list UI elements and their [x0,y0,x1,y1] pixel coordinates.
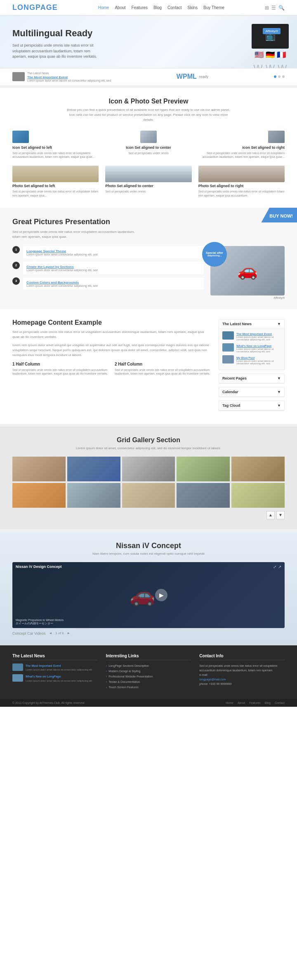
nav-skins[interactable]: Skins [188,5,198,10]
footer-link-3: › Professional Website Presentation [106,674,191,679]
photo-portrait[interactable] [12,166,99,182]
photo-mountain[interactable] [105,166,191,182]
gallery-item-5[interactable] [231,457,285,481]
next-page-icon[interactable]: ► [67,631,70,635]
footer-link-1: › LongPage Sections Description [106,663,191,668]
gallery-item-9[interactable] [177,483,230,508]
icon-section-title: Icon & Photo Set Preview [12,98,285,105]
nav-blog[interactable]: Blog [153,5,162,10]
gallery-item-7[interactable] [67,483,120,508]
video-expand-icon[interactable]: ⤢ [273,565,276,569]
footer-contact-title: Contact Info [199,654,285,660]
video-share-icon[interactable]: ↗ [278,565,281,569]
gallery-item-6[interactable] [12,483,66,508]
logo[interactable]: LONGPAGE [12,3,58,12]
widget-latest-news-arrow[interactable]: ▼ [277,322,281,326]
caption-line1: Magnetic Propulsion to Wheel Motors [16,619,64,621]
footer-link-label-5[interactable]: Touch Screen Features [108,685,138,689]
widget-tag-cloud-arrow[interactable]: ▼ [277,403,281,408]
gallery-prev-btn[interactable]: ▲ [266,511,275,519]
news-entry-desc-3: Lorem ipsum dolor amet labore sit consec… [236,360,281,365]
video-controls: ⤢ ↗ [273,565,281,569]
wpml-news-title[interactable]: The Most Important Event [27,75,68,79]
col1: 1 Half Column Sed ut perspiciatis unde o… [12,362,110,380]
email-link[interactable]: longpage@mail.com [199,677,285,682]
gallery-item-10[interactable] [231,483,285,508]
nav-home[interactable]: Home [98,5,109,10]
photo-woman[interactable] [198,166,285,182]
footer-bottom-contact[interactable]: Contact [275,701,285,704]
footer-contact-text: Sed ut perspiciatis unde omnis iste natu… [199,663,285,673]
icon-img-laptop[interactable] [140,131,157,143]
icon-img-printer[interactable] [268,131,285,143]
gallery-item-8[interactable] [122,483,175,508]
widget-tag-cloud-header[interactable]: Tag Cloud ▼ [219,401,284,410]
dot-2[interactable] [278,75,280,78]
footer-links-title: Interesting Links [106,654,191,660]
gallery-item-2[interactable] [67,457,120,481]
feature-title-2[interactable]: Create the Layout by Sections [26,265,74,269]
video-label: Concept Car Videos [12,631,45,635]
gallery-next-btn[interactable]: ▼ [276,511,285,519]
footer-link-label-1[interactable]: LongPage Sections Description [108,663,149,668]
news-entry-title-2[interactable]: What's New on LongPage [236,345,271,347]
footer-bottom-features[interactable]: Features [249,701,261,704]
nav-about[interactable]: About [115,5,125,10]
icon-right-title: Icon Set aligned to right [198,145,285,150]
icon-item-center: Icon Set aligned to center Sed ut perspi… [105,131,191,159]
widget-latest-news-header[interactable]: The Latest News ▼ [219,319,284,329]
play-button[interactable]: ▶ [155,589,167,601]
footer: The Latest News The Most Important Event… [0,645,297,699]
wpml-news-text: The Latest News The Most Important Event… [27,72,111,82]
footer-news-text-2: What's New on LongPage Lorem ipsum dolor… [26,674,92,683]
footer-bottom-blog[interactable]: Blog [265,701,271,704]
list-icon[interactable]: ☰ [271,5,276,11]
widget-calendar-header[interactable]: Calendar ▼ [219,387,284,397]
affinity-badge: Affinity/It [263,28,280,34]
prev-page-icon[interactable]: ◄ [49,631,52,635]
news-entry-1: The Most Important Event Lorem ipsum dol… [222,331,281,341]
hero-monitor: 📺 [252,24,289,49]
gallery-item-3[interactable] [122,457,175,481]
widget-recent-pages: Recent Pages ▼ [219,373,285,384]
feature-title-3[interactable]: Custom Colors and Backgrounds [26,281,79,284]
news-entry-title-1[interactable]: The Most Important Event [236,333,272,335]
footer-news-desc-1: Lorem ipsum dolor amet labore sit consec… [26,668,92,672]
gallery-item-4[interactable] [177,457,230,481]
feature-text-3: Custom Colors and Backgrounds Lorem ipsu… [23,277,204,290]
widget-recent-pages-arrow[interactable]: ▼ [277,376,281,380]
arrow-icon-3: › [106,675,107,678]
widget-recent-pages-header[interactable]: Recent Pages ▼ [219,374,284,383]
widget-latest-news: The Latest News ▼ The Most Important Eve… [219,319,285,370]
dot-1[interactable] [274,75,276,78]
widget-latest-news-body: The Most Important Event Lorem ipsum dol… [219,329,284,370]
icon-img-monitor[interactable] [12,131,29,143]
widget-calendar-arrow[interactable]: ▼ [277,390,281,394]
search-icon[interactable]: 🔍 [278,5,285,11]
footer-link-label-3[interactable]: Professional Website Presentation [108,674,153,679]
footer-bottom-about[interactable]: About [238,701,245,704]
feature-item-1: 1 Longpage Special Theme Lorem ipsum dol… [12,246,204,258]
icon-section: Icon & Photo Set Preview Below you can f… [0,88,297,208]
footer-link-label-2[interactable]: Modern Design & Styling [108,669,140,673]
nissan-title: Nissan iV Concept [12,542,285,550]
email-label: e-mail: [199,673,208,676]
widget-calendar: Calendar ▼ [219,387,285,397]
feature-title-1[interactable]: Longpage Special Theme [26,249,66,253]
gallery-nav: ▲ ▼ [12,511,285,519]
news-entry-title-3[interactable]: My Blog Post [236,356,255,359]
news-entry-text-2: What's New on LongPage Lorem ipsum dolor… [236,343,281,353]
nav-features[interactable]: Features [132,5,148,10]
footer-news-title-1[interactable]: The Most Important Event [26,663,92,668]
footer-bottom-home[interactable]: Home [226,701,233,704]
footer-news-title-2[interactable]: What's New on LongPage [26,674,92,679]
nav-contact[interactable]: Contact [167,5,182,10]
col2-text: Sed ut perspiciatis unde omnis iste natu… [115,368,212,376]
grid-icon[interactable]: ⊞ [265,5,269,11]
nav-buy-theme[interactable]: Buy Theme [203,5,224,10]
gallery-item-1[interactable] [12,457,66,481]
col2-title: 2 Half Column [115,362,212,366]
dot-3[interactable] [282,75,285,78]
buy-now-ribbon[interactable]: BUY NOW! [261,208,297,223]
footer-link-label-4[interactable]: Teclan & Documentation [108,680,140,684]
